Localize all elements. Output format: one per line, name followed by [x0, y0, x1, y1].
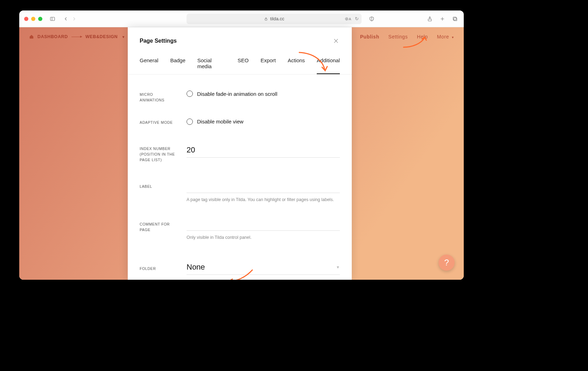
option-disable-fadein-label: Disable fade-in animation on scroll [197, 91, 277, 97]
nav-settings[interactable]: Settings [388, 34, 408, 40]
radio-icon [187, 119, 193, 125]
url-text: tilda.cc [270, 16, 284, 21]
index-number-input[interactable] [187, 145, 340, 158]
label-page-label: LABEL [140, 183, 178, 190]
lock-icon [264, 17, 268, 21]
close-window-icon[interactable] [24, 17, 28, 21]
nav-more[interactable]: More ▾ [437, 34, 454, 40]
page-label-input[interactable] [187, 183, 340, 193]
browser-window: tilda.cc ⊕ᴀ ↻ [19, 10, 464, 280]
tab-additional[interactable]: Additional [317, 57, 340, 74]
maximize-window-icon[interactable] [38, 17, 42, 21]
tab-badge[interactable]: Badge [170, 57, 185, 74]
folder-select[interactable]: None ▼ [187, 263, 340, 275]
tab-export[interactable]: Export [261, 57, 276, 74]
chevron-down-icon[interactable]: ▾ [122, 35, 125, 39]
comment-input[interactable] [187, 220, 340, 231]
nav-help[interactable]: Help [417, 34, 428, 40]
shield-icon[interactable] [368, 15, 376, 23]
new-tab-icon[interactable] [439, 15, 446, 23]
breadcrumb-dashboard[interactable]: DASHBOARD [37, 34, 68, 39]
svg-rect-7 [454, 17, 457, 21]
nav-publish[interactable]: Publish [360, 34, 379, 40]
help-fab-button[interactable]: ? [439, 255, 455, 271]
modal-tabs: General Badge Social media SEO Export Ac… [128, 45, 352, 74]
tab-actions[interactable]: Actions [288, 57, 305, 74]
minimize-window-icon[interactable] [31, 17, 35, 21]
tab-seo[interactable]: SEO [238, 57, 249, 74]
label-adaptive-mode: ADAPTIVE MODE [140, 119, 178, 126]
option-disable-mobile[interactable]: Disable mobile view [187, 119, 340, 125]
question-icon: ? [444, 258, 449, 267]
breadcrumb-project[interactable]: WEB&DESIGN [85, 34, 118, 39]
option-disable-mobile-label: Disable mobile view [197, 119, 244, 124]
chevron-down-icon: ▼ [336, 265, 340, 269]
svg-rect-2 [265, 19, 267, 20]
label-micro-animations: MICRO ANIMATIONS [140, 91, 178, 103]
breadcrumb-arrow-icon [71, 37, 82, 37]
url-bar[interactable]: tilda.cc ⊕ᴀ ↻ [187, 14, 362, 24]
page-label-hint: A page tag visible only in Tilda. You ca… [187, 197, 340, 203]
tab-social-media[interactable]: Social media [197, 57, 226, 74]
radio-icon [187, 91, 193, 97]
label-index-number: INDEX NUMBER (POSITION IN THE PAGE LIST) [140, 145, 178, 163]
tabs-overview-icon[interactable] [451, 15, 459, 23]
translate-icon[interactable]: ⊕ᴀ [345, 16, 351, 21]
tab-general[interactable]: General [140, 57, 158, 74]
chevron-down-icon: ▾ [452, 35, 454, 39]
option-disable-fadein[interactable]: Disable fade-in animation on scroll [187, 91, 340, 97]
modal-title: Page Settings [140, 38, 177, 44]
label-folder: FOLDER [140, 263, 178, 272]
forward-icon[interactable] [70, 15, 78, 23]
home-icon[interactable] [29, 34, 34, 39]
browser-chrome: tilda.cc ⊕ᴀ ↻ [19, 10, 464, 27]
share-icon[interactable] [426, 15, 434, 23]
traffic-lights [24, 17, 42, 21]
svg-rect-0 [50, 17, 55, 20]
sidebar-toggle-icon[interactable] [49, 15, 56, 23]
close-icon [333, 38, 339, 44]
reload-icon[interactable]: ↻ [355, 16, 359, 21]
close-button[interactable] [332, 37, 340, 45]
label-comment: COMMENT FOR PAGE [140, 220, 178, 233]
page-settings-modal: Page Settings General Badge Social media… [128, 27, 352, 280]
folder-value: None [187, 263, 336, 272]
back-icon[interactable] [62, 15, 70, 23]
svg-rect-8 [453, 17, 456, 20]
comment-hint: Only visible in Tilda control panel. [187, 234, 340, 241]
